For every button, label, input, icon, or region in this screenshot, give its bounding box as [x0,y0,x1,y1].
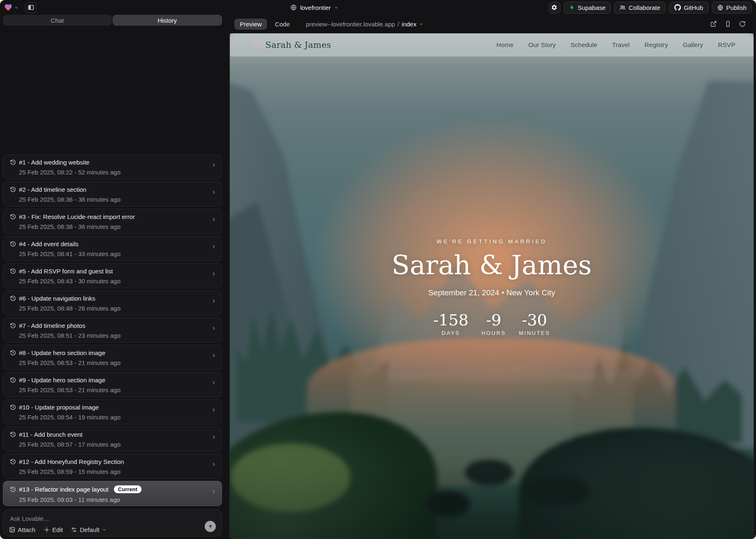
settings-button[interactable] [548,2,560,14]
history-item-title: #4 - Add event details [19,240,78,247]
tab-history[interactable]: History [113,15,222,26]
collaborate-button[interactable]: Collaborate [614,2,666,14]
site-brand[interactable]: Sarah & James [253,40,331,50]
history-item-timestamp: 25 Feb 2025, 08:36 - 38 minutes ago [19,196,216,203]
hero-title: Sarah & James [230,250,754,281]
history-clock-icon [10,377,16,383]
chevron-right-icon[interactable] [211,298,217,304]
chevron-right-icon[interactable] [211,162,217,168]
history-item-title: #9 - Update hero section image [19,377,105,384]
users-icon [619,5,626,11]
history-item-title: #7 - Add timeline photos [19,322,85,329]
site-nav-link[interactable]: Home [496,41,513,49]
history-item[interactable]: #2 - Add timeline section 25 Feb 2025, 0… [3,181,222,207]
history-item-title: #5 - Add RSVP form and guest list [19,268,113,275]
mobile-view-icon[interactable] [725,21,731,27]
tab-preview[interactable]: Preview [234,19,267,30]
history-item[interactable]: #1 - Add wedding website 25 Feb 2025, 08… [3,154,222,179]
edit-button[interactable]: Edit [44,526,63,533]
history-item[interactable]: #8 - Update hero section image 25 Feb 20… [3,345,222,370]
github-label: GitHub [684,4,703,11]
history-item-timestamp: 25 Feb 2025, 08:38 - 36 minutes ago [19,223,216,230]
heart-outline-icon [253,41,261,49]
chevron-right-icon[interactable] [211,271,217,277]
attach-label: Attach [18,526,35,533]
history-item-timestamp: 25 Feb 2025, 08:57 - 17 minutes ago [19,441,216,448]
sliders-icon [71,527,77,533]
site-nav-link[interactable]: Registry [645,41,668,49]
preview-toolbar: Preview Code preview--lovefrontier.lovab… [229,15,754,33]
project-name: lovefrontier [300,4,331,11]
history-item[interactable]: #4 - Add event details 25 Feb 2025, 08:4… [3,236,222,261]
history-item[interactable]: #9 - Update hero section image 25 Feb 20… [3,372,222,397]
edit-label: Edit [52,526,63,533]
history-item[interactable]: #10 - Update proposal image 25 Feb 2025,… [3,399,222,424]
supabase-button[interactable]: Supabase [564,2,611,14]
image-icon [9,527,15,533]
project-switcher[interactable]: lovefrontier [290,0,338,15]
mode-selector[interactable]: Default [71,526,106,533]
history-item-title: #1 - Add wedding website [19,159,90,166]
history-item-title: #11 - Add brunch event [19,431,83,438]
chevron-right-icon[interactable] [211,434,217,440]
publish-button[interactable]: Publish [712,2,752,14]
history-clock-icon [10,350,16,356]
preview-url[interactable]: preview--lovefrontier.lovable.app / inde… [306,21,423,28]
supabase-label: Supabase [578,4,606,11]
history-item[interactable]: #11 - Add brunch event 25 Feb 2025, 08:5… [3,426,222,452]
history-item[interactable]: #5 - Add RSVP form and guest list 25 Feb… [3,263,222,288]
tab-code[interactable]: Code [269,19,295,30]
chevron-right-icon[interactable] [211,189,217,195]
attach-button[interactable]: Attach [9,526,35,533]
github-button[interactable]: GitHub [669,2,709,14]
site-nav-link[interactable]: Schedule [571,41,598,49]
tab-chat-label: Chat [51,17,64,24]
history-item[interactable]: #13 - Refactor index page layout Current… [3,481,222,506]
github-icon [674,4,681,11]
topbar: lovefrontier Supabase Collaborate [0,0,756,15]
history-item[interactable]: #3 - Fix: Resolve Lucide-react import er… [3,209,222,234]
lovable-heart-logo-icon [4,3,12,12]
history-item-title: #8 - Update hero section image [19,349,105,356]
site-nav-link[interactable]: RSVP [718,41,735,49]
history-item[interactable]: #7 - Add timeline photos 25 Feb 2025, 08… [3,318,222,343]
chevron-right-icon[interactable] [211,407,217,413]
url-host: preview--lovefrontier.lovable.app [306,21,395,28]
history-item-timestamp: 25 Feb 2025, 08:53 - 21 minutes ago [19,359,216,366]
site-header: Sarah & James HomeOur StoryScheduleTrave… [230,33,754,56]
url-page: index [402,21,416,28]
send-button[interactable] [205,521,216,532]
countdown-value: -158 [433,312,468,328]
history-item-timestamp: 25 Feb 2025, 08:59 - 15 minutes ago [19,468,216,475]
history-clock-icon [10,241,16,247]
open-in-new-icon[interactable] [710,21,717,27]
site-nav-link[interactable]: Our Story [528,41,555,49]
hero-section: WE'RE GETTING MARRIED Sarah & James Sept… [230,238,754,336]
tab-chat[interactable]: Chat [3,15,112,26]
countdown-value: -9 [481,312,506,328]
chevron-right-icon[interactable] [211,353,217,358]
site-brand-name: Sarah & James [265,40,331,50]
publish-label: Publish [726,4,747,11]
chat-input[interactable] [9,515,197,523]
chevron-right-icon[interactable] [211,325,217,331]
site-nav-link[interactable]: Travel [612,41,630,49]
sidebar-toggle-button[interactable] [25,2,36,13]
history-clock-icon [10,268,16,274]
url-separator: / [397,21,399,28]
chevron-right-icon[interactable] [211,380,217,386]
history-item[interactable]: #12 - Add Honeyfund Registry Section 25 … [3,454,222,479]
chevron-down-icon [334,5,339,10]
lovable-logo-menu[interactable] [4,3,19,12]
history-item-timestamp: 25 Feb 2025, 08:53 - 21 minutes ago [19,386,216,393]
chevron-right-icon[interactable] [211,217,217,222]
history-item[interactable]: #6 - Update navigation links 25 Feb 2025… [3,290,222,315]
locate-icon [44,527,50,533]
chevron-right-icon[interactable] [211,489,217,494]
refresh-icon[interactable] [739,21,746,27]
chevron-right-icon[interactable] [211,244,217,249]
chevron-right-icon[interactable] [211,461,217,467]
site-nav-link[interactable]: Gallery [683,41,703,49]
countdown: -158 DAYS -9 HOURS -30 MINUTES [230,312,754,336]
history-clock-icon [10,295,16,301]
